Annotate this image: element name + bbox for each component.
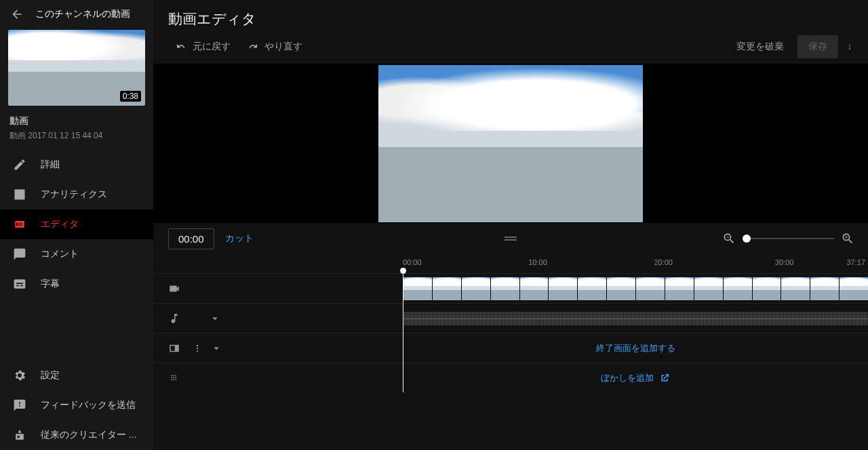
svg-point-1 (849, 46, 850, 47)
main: 動画エディタ 元に戻す やり直す 変更を破棄 保存 00:00 (153, 0, 868, 450)
toolbar: 元に戻す やり直す 変更を破棄 保存 (153, 30, 868, 64)
undo-button[interactable]: 元に戻す (168, 35, 237, 58)
editor-icon (12, 217, 27, 232)
legacy-studio-icon (12, 428, 27, 443)
svg-point-4 (197, 347, 198, 348)
sidebar-item-subtitles[interactable]: 字幕 (0, 269, 153, 299)
ruler-tick: 37:17 (846, 258, 865, 266)
redo-label: やり直す (264, 41, 302, 53)
sidebar-item-legacy[interactable]: 従来のクリエイター ... (0, 420, 153, 450)
save-button[interactable]: 保存 (797, 35, 838, 58)
blur-track: ぼかしを追加 (153, 363, 868, 392)
panel-drag-handle-icon[interactable] (505, 237, 517, 241)
sidebar-item-details[interactable]: 詳細 (0, 150, 153, 180)
timeline-toolbar: 00:00 カット (153, 223, 868, 254)
undo-label: 元に戻す (193, 41, 231, 53)
cut-button[interactable]: カット (225, 232, 254, 245)
more-vert-icon[interactable] (842, 39, 857, 54)
nav-label: アナリティクス (41, 188, 107, 201)
nav-label: 設定 (41, 369, 60, 382)
sidebar-item-comments[interactable]: コメント (0, 239, 153, 269)
ruler-tick: 30:00 (775, 258, 794, 266)
sidebar: このチャンネルの動画 0:38 動画 動画 2017 01 12 15 44 0… (0, 0, 153, 450)
audio-track-body[interactable] (403, 304, 868, 333)
video-thumbnail[interactable]: 0:38 (8, 30, 145, 106)
blur-track-body[interactable]: ぼかしを追加 (403, 363, 868, 392)
chevron-down-icon[interactable] (209, 312, 221, 325)
ruler-tick: 10:00 (528, 258, 547, 266)
undo-icon (175, 41, 187, 53)
nav-label: 従来のクリエイター ... (41, 429, 137, 441)
add-endscreen-button[interactable]: 終了画面を追加する (403, 342, 868, 354)
video-meta-subtitle: 動画 2017 01 12 15 44 04 (9, 130, 144, 142)
analytics-icon (12, 187, 27, 202)
sidebar-footer: 設定 フィードバックを送信 従来のクリエイター ... (0, 361, 153, 450)
svg-point-2 (849, 48, 850, 49)
video-meta-title: 動画 (9, 115, 144, 127)
zoom-slider[interactable] (743, 238, 834, 239)
page-title: 動画エディタ (168, 9, 256, 28)
nav-label: フィードバックを送信 (41, 399, 136, 411)
zoom-in-icon[interactable] (841, 232, 854, 245)
timeline-ruler[interactable]: 00:00 10:00 20:00 30:00 37:17 (153, 254, 868, 273)
svg-point-3 (197, 344, 198, 346)
discard-button[interactable]: 変更を破棄 (727, 35, 793, 58)
redo-icon (247, 41, 259, 53)
add-blur-button[interactable]: ぼかしを追加 (403, 372, 868, 384)
comment-icon (12, 247, 27, 262)
header: 動画エディタ (153, 0, 868, 30)
nav-label: エディタ (41, 218, 79, 230)
sidebar-item-feedback[interactable]: フィードバックを送信 (0, 390, 153, 420)
svg-point-5 (197, 350, 198, 351)
preview-area (153, 64, 868, 223)
back-label: このチャンネルの動画 (35, 8, 130, 20)
tracks: 終了画面を追加する ぼかしを追加 (153, 273, 868, 392)
video-track (153, 273, 868, 303)
video-track-body[interactable] (403, 274, 868, 303)
sidebar-item-editor[interactable]: エディタ (0, 209, 153, 239)
endscreen-track: 終了画面を追加する (153, 333, 868, 363)
feedback-icon (12, 398, 27, 413)
video-track-icon (168, 283, 180, 295)
ruler-tick: 00:00 (403, 258, 422, 266)
pencil-icon (12, 157, 27, 172)
zoom-out-icon[interactable] (722, 232, 736, 245)
back-header[interactable]: このチャンネルの動画 (0, 0, 153, 26)
nav-label: コメント (41, 248, 79, 260)
redo-button[interactable]: やり直す (240, 35, 309, 58)
sidebar-nav: 詳細 アナリティクス エディタ コメント 字幕 (0, 150, 153, 299)
nav-label: 字幕 (41, 278, 60, 290)
audio-track (153, 303, 868, 333)
more-vert-icon[interactable] (193, 342, 202, 354)
ruler-tick: 20:00 (654, 258, 673, 266)
open-in-new-icon (659, 373, 670, 384)
current-time-display[interactable]: 00:00 (168, 228, 214, 249)
endscreen-icon (168, 342, 180, 354)
sidebar-item-analytics[interactable]: アナリティクス (0, 180, 153, 209)
preview-frame (378, 65, 643, 222)
music-note-icon (168, 312, 180, 325)
nav-label: 詳細 (41, 159, 60, 171)
svg-point-0 (849, 44, 850, 45)
subtitles-icon (12, 277, 27, 291)
gear-icon (12, 368, 27, 383)
blur-icon (168, 372, 180, 384)
arrow-back-icon (9, 7, 24, 22)
chevron-down-icon[interactable] (210, 342, 222, 354)
thumbnail-duration: 0:38 (120, 91, 141, 102)
video-meta: 動画 動画 2017 01 12 15 44 04 (0, 110, 153, 150)
sidebar-item-settings[interactable]: 設定 (0, 361, 153, 390)
endscreen-track-body[interactable]: 終了画面を追加する (403, 333, 868, 363)
